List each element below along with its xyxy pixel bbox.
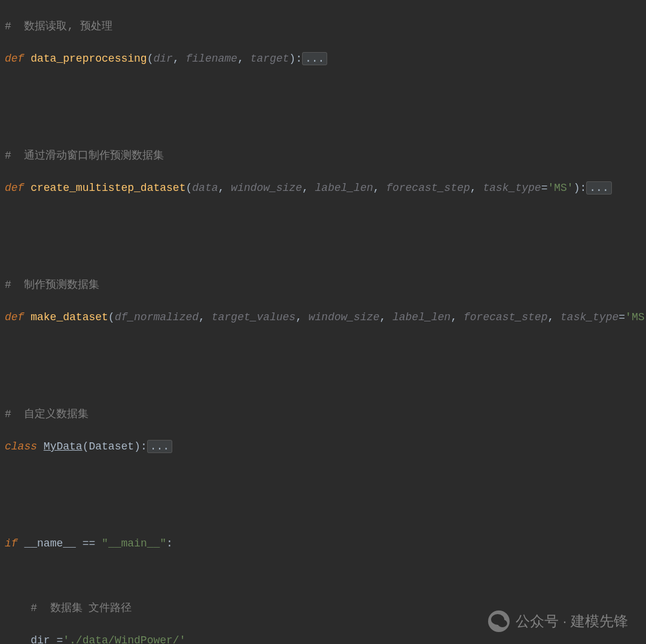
comment-line: # 自定义数据集: [5, 408, 89, 420]
func-create-multistep-dataset: create_multistep_dataset: [31, 182, 185, 194]
func-make-dataset: make_dataset: [31, 311, 108, 323]
watermark-text: 公众号 · 建模先锋: [516, 610, 628, 632]
param-forecast-step: forecast_step: [464, 311, 547, 323]
param-label-len: label_len: [315, 182, 373, 194]
param-df-normalized: df_normalized: [115, 311, 199, 323]
wechat-watermark: 公众号 · 建模先锋: [488, 610, 628, 632]
param-data: data: [192, 182, 218, 194]
code-editor[interactable]: # 数据读取, 预处理 def data_preprocessing(dir, …: [0, 0, 646, 644]
comment-line: # 制作预测数据集: [5, 279, 99, 291]
def-keyword: def: [5, 53, 24, 65]
fold-ellipsis[interactable]: ...: [302, 52, 327, 65]
param-filename: filename: [185, 53, 237, 65]
fold-ellipsis[interactable]: ...: [147, 440, 172, 453]
comment-line: # 数据读取, 预处理: [5, 20, 112, 32]
if-keyword: if: [5, 537, 18, 549]
param-dir: dir: [153, 53, 172, 65]
param-task-type: task_type: [560, 311, 618, 323]
wechat-icon: [488, 610, 510, 632]
default-value: 'MS': [625, 311, 646, 323]
def-keyword: def: [5, 311, 24, 323]
param-label-len: label_len: [392, 311, 450, 323]
param-task-type: task_type: [483, 182, 541, 194]
class-keyword: class: [5, 441, 37, 452]
func-data-preprocessing: data_preprocessing: [31, 53, 147, 65]
base-class-dataset: Dataset: [89, 441, 134, 452]
def-keyword: def: [5, 182, 24, 194]
param-window-size: window_size: [231, 182, 302, 194]
comment-line: # 数据集 文件路径: [31, 602, 132, 614]
eq-op: ==: [83, 537, 96, 549]
default-value: 'MS': [547, 182, 573, 194]
assign-dir: dir =: [31, 634, 63, 644]
class-mydata: MyData: [44, 441, 83, 452]
main-string: "__main__": [102, 537, 166, 549]
comment-line: # 通过滑动窗口制作预测数据集: [5, 150, 164, 162]
param-forecast-step: forecast_step: [386, 182, 470, 194]
param-target-values: target_values: [212, 311, 295, 323]
string-dir-path: './data/WindPower/': [63, 634, 185, 644]
param-window-size: window_size: [309, 311, 380, 323]
fold-ellipsis[interactable]: ...: [586, 181, 611, 195]
param-target: target: [251, 53, 290, 65]
dunder-name: __name__: [24, 537, 75, 549]
